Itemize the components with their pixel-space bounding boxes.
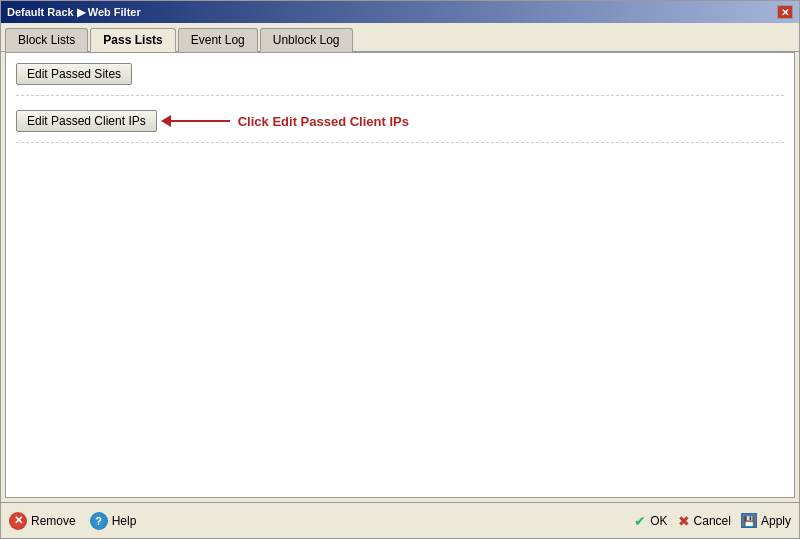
bottom-bar: ✕ Remove ? Help ✔ OK ✖ Cancel 💾 Apply: [1, 502, 799, 538]
window-title: Default Rack ▶ Web Filter: [7, 6, 141, 19]
title-bar: Default Rack ▶ Web Filter ✕: [1, 1, 799, 23]
tab-block-lists[interactable]: Block Lists: [5, 28, 88, 52]
tab-event-log[interactable]: Event Log: [178, 28, 258, 52]
edit-passed-sites-section: Edit Passed Sites: [16, 63, 784, 96]
annotation-row: Edit Passed Client IPs Click Edit Passed…: [16, 110, 784, 132]
edit-passed-client-button[interactable]: Edit Passed Client IPs: [16, 110, 157, 132]
cancel-icon: ✖: [678, 513, 690, 529]
content-area: Edit Passed Sites Edit Passed Client IPs…: [5, 52, 795, 498]
ok-icon: ✔: [634, 513, 646, 529]
ok-button[interactable]: ✔ OK: [634, 513, 667, 529]
bottom-left-actions: ✕ Remove ? Help: [9, 512, 136, 530]
apply-button[interactable]: 💾 Apply: [741, 513, 791, 528]
remove-icon: ✕: [9, 512, 27, 530]
help-button[interactable]: ? Help: [90, 512, 137, 530]
edit-passed-sites-button[interactable]: Edit Passed Sites: [16, 63, 132, 85]
arrow-line: [170, 120, 230, 122]
remove-button[interactable]: ✕ Remove: [9, 512, 76, 530]
cancel-button[interactable]: ✖ Cancel: [678, 513, 731, 529]
close-button[interactable]: ✕: [777, 5, 793, 19]
main-window: Default Rack ▶ Web Filter ✕ Block Lists …: [0, 0, 800, 539]
tab-unblock-log[interactable]: Unblock Log: [260, 28, 353, 52]
floppy-icon: 💾: [741, 513, 757, 528]
arrow-annotation: [161, 115, 230, 127]
tab-bar: Block Lists Pass Lists Event Log Unblock…: [1, 23, 799, 52]
tab-pass-lists[interactable]: Pass Lists: [90, 28, 175, 52]
annotation-text: Click Edit Passed Client IPs: [238, 114, 409, 129]
content-spacer: [16, 153, 784, 487]
edit-passed-client-section: Edit Passed Client IPs Click Edit Passed…: [16, 106, 784, 143]
bottom-right-actions: ✔ OK ✖ Cancel 💾 Apply: [634, 513, 791, 529]
help-icon: ?: [90, 512, 108, 530]
